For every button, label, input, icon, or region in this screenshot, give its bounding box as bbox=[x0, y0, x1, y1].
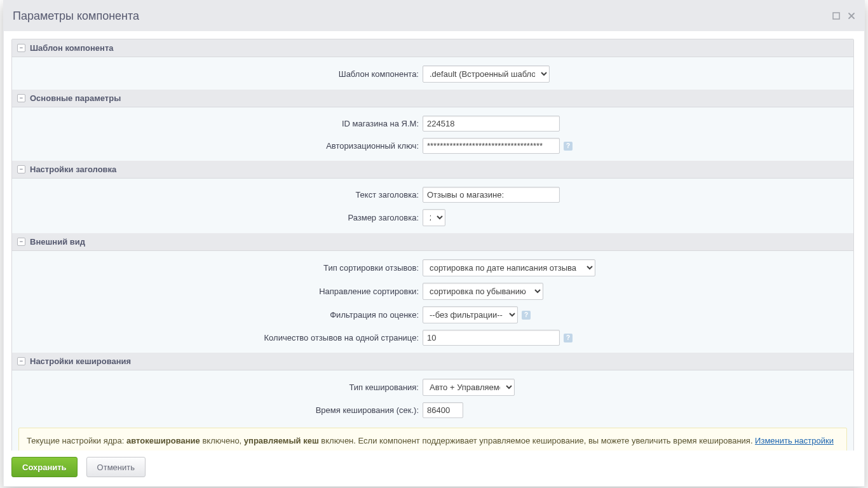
titlebar: Параметры компонента bbox=[4, 1, 864, 31]
settings-panel: − Шаблон компонента Шаблон компонента: .… bbox=[11, 39, 854, 451]
input-per-page[interactable] bbox=[423, 330, 560, 346]
select-cache-type[interactable]: Авто + Управляемое bbox=[423, 379, 515, 396]
save-button[interactable]: Сохранить bbox=[11, 457, 78, 477]
label-per-page: Количество отзывов на одной странице: bbox=[18, 333, 423, 342]
label-shop-id: ID магазина на Я.М: bbox=[18, 119, 423, 128]
collapse-icon[interactable]: − bbox=[17, 357, 25, 365]
select-filter-rating[interactable]: --без фильтрации-- bbox=[423, 306, 518, 323]
row-sort-dir: Направление сортировки: сортировка по уб… bbox=[12, 280, 853, 303]
label-auth-key: Авторизационный ключ: bbox=[18, 141, 423, 151]
row-sort-type: Тип сортировки отзывов: сортировка по да… bbox=[12, 256, 853, 280]
dialog-footer: Сохранить Отменить bbox=[4, 451, 862, 486]
section-header-template: − Шаблон компонента bbox=[12, 39, 853, 57]
section-title: Внешний вид bbox=[30, 237, 85, 247]
help-icon[interactable]: ? bbox=[564, 334, 573, 342]
section-body-appearance: Тип сортировки отзывов: сортировка по да… bbox=[12, 251, 853, 353]
row-heading-size: Размер заголовка: 2 bbox=[12, 206, 853, 229]
section-title: Шаблон компонента bbox=[30, 43, 114, 53]
section-header-appearance: − Внешний вид bbox=[12, 233, 853, 251]
notice-prefix: Текущие настройки ядра: bbox=[27, 436, 126, 445]
input-cache-time[interactable] bbox=[423, 402, 463, 418]
section-title: Настройки кеширования bbox=[30, 356, 131, 366]
label-heading-size: Размер заголовка: bbox=[18, 213, 423, 222]
notice-managed: управляемый кеш bbox=[244, 436, 319, 445]
section-header-cache: − Настройки кеширования bbox=[12, 353, 853, 370]
input-heading-text[interactable] bbox=[423, 187, 560, 203]
label-filter-rating: Фильтрация по оценке: bbox=[18, 310, 423, 320]
row-shop-id: ID магазина на Я.М: bbox=[12, 112, 853, 135]
row-per-page: Количество отзывов на одной странице: ? bbox=[12, 327, 853, 349]
section-body-template: Шаблон компонента: .default (Встроенный … bbox=[12, 57, 853, 90]
scroll-area[interactable]: − Шаблон компонента Шаблон компонента: .… bbox=[4, 31, 862, 451]
section-title: Настройки заголовка bbox=[30, 165, 116, 174]
collapse-icon[interactable]: − bbox=[17, 238, 25, 246]
titlebar-actions bbox=[832, 12, 855, 20]
label-sort-type: Тип сортировки отзывов: bbox=[18, 263, 423, 273]
close-icon[interactable] bbox=[848, 12, 855, 20]
row-cache-type: Тип кеширования: Авто + Управляемое bbox=[12, 376, 853, 399]
row-component-template: Шаблон компонента: .default (Встроенный … bbox=[12, 62, 853, 86]
dialog-window: Параметры компонента − Шаблон компонента… bbox=[3, 0, 865, 487]
select-heading-size[interactable]: 2 bbox=[423, 209, 445, 226]
label-cache-type: Тип кеширования: bbox=[18, 383, 423, 392]
row-filter-rating: Фильтрация по оценке: --без фильтрации--… bbox=[12, 303, 853, 327]
svg-rect-0 bbox=[833, 13, 839, 19]
input-shop-id[interactable] bbox=[423, 116, 560, 132]
help-icon[interactable]: ? bbox=[564, 142, 573, 151]
notice-autocache: автокеширование bbox=[126, 436, 200, 445]
help-icon[interactable]: ? bbox=[522, 311, 531, 320]
content-outer: − Шаблон компонента Шаблон компонента: .… bbox=[4, 31, 864, 486]
select-sort-dir[interactable]: сортировка по убыванию bbox=[423, 283, 543, 300]
section-body-cache: Тип кеширования: Авто + Управляемое Врем… bbox=[12, 370, 853, 451]
select-component-template[interactable]: .default (Встроенный шаблон) bbox=[423, 65, 550, 83]
label-heading-text: Текст заголовка: bbox=[18, 190, 423, 200]
section-title: Основные параметры bbox=[30, 93, 121, 103]
dialog-title: Параметры компонента bbox=[13, 10, 139, 23]
row-cache-time: Время кеширования (сек.): bbox=[12, 399, 853, 421]
maximize-icon[interactable] bbox=[832, 12, 840, 20]
row-auth-key: Авторизационный ключ: ? bbox=[12, 135, 853, 157]
collapse-icon[interactable]: − bbox=[17, 165, 25, 173]
cancel-button[interactable]: Отменить bbox=[86, 457, 146, 477]
label-cache-time: Время кеширования (сек.): bbox=[18, 405, 423, 415]
collapse-icon[interactable]: − bbox=[17, 44, 25, 52]
input-auth-key[interactable] bbox=[423, 138, 560, 154]
label-sort-dir: Направление сортировки: bbox=[18, 287, 423, 296]
row-heading-text: Текст заголовка: bbox=[12, 184, 853, 206]
collapse-icon[interactable]: − bbox=[17, 94, 25, 102]
section-body-main: ID магазина на Я.М: Авторизационный ключ… bbox=[12, 107, 853, 161]
cache-notice: Текущие настройки ядра: автокеширование … bbox=[18, 428, 847, 451]
label-component-template: Шаблон компонента: bbox=[18, 69, 423, 79]
notice-autocache-on: включено, bbox=[200, 436, 244, 445]
section-header-heading: − Настройки заголовка bbox=[12, 161, 853, 179]
select-sort-type[interactable]: сортировка по дате написания отзыва bbox=[423, 259, 595, 276]
section-body-heading: Текст заголовка: Размер заголовка: 2 bbox=[12, 179, 853, 233]
notice-managed-on: включен. Если компонент поддерживает упр… bbox=[319, 436, 755, 445]
section-header-main: − Основные параметры bbox=[12, 90, 853, 107]
